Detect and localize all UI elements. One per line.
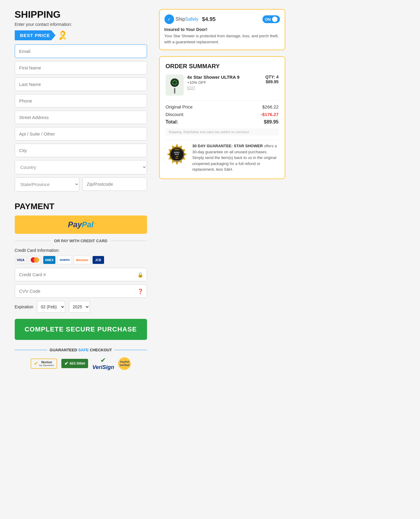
total-value: $89.95 <box>264 119 279 125</box>
order-item-name: 4x Star Shower ULTRA 9 <box>187 75 262 80</box>
or-divider-text: OR PAY WITH CREDIT CARD <box>54 239 107 243</box>
credit-card-input[interactable] <box>15 268 147 281</box>
apt-input[interactable] <box>15 127 147 141</box>
divider-line-left <box>15 241 51 241</box>
product-svg-icon <box>167 76 182 94</box>
norton-check-icon: ✔ <box>34 360 38 367</box>
diners-icon: DINERS <box>57 256 72 264</box>
ship-safely-toggle[interactable]: ON <box>262 15 280 23</box>
ship-name: ShipSafely <box>176 17 199 22</box>
paypal-button[interactable]: Pay Pal <box>15 215 147 234</box>
shipping-title: SHIPPING <box>15 9 147 20</box>
svg-text:GUARANTEE: GUARANTEE <box>173 160 181 162</box>
norton-sub-label: by Symantec <box>39 364 54 367</box>
paypal-verified-text: PayPal Verified <box>118 360 131 367</box>
discount-row: Discount: -$176.27 <box>166 112 279 117</box>
guarantee-text: 30 DAY GUARANTEE: STAR SHOWER offers a 3… <box>192 143 279 172</box>
discover-icon: discover <box>74 256 90 264</box>
help-icon: ❓ <box>137 288 143 294</box>
svg-point-3 <box>173 81 174 82</box>
ribbon-bow-icon: 🎗️ <box>57 30 68 40</box>
order-item-discount-label: +10% OFF <box>187 80 262 85</box>
svg-text:MONEY: MONEY <box>174 151 180 153</box>
zip-input[interactable] <box>82 177 147 191</box>
credit-card-group: 🔒 <box>15 268 147 281</box>
payment-title: PAYMENT <box>15 202 147 211</box>
ship-text: Ship <box>176 17 185 22</box>
paypal-pal-text: Pal <box>82 220 94 229</box>
verisign-label: VeriSign <box>92 364 114 371</box>
verisign-check-icon: ✔ <box>100 356 106 364</box>
shipping-subtitle: Enter your contact information: <box>15 22 147 27</box>
best-price-badge: BEST PRICE 🎗️ <box>15 30 147 40</box>
ship-safely-price: $4.95 <box>202 16 216 23</box>
email-group <box>15 44 147 58</box>
svg-point-8 <box>173 84 174 85</box>
or-divider: OR PAY WITH CREDIT CARD <box>15 239 147 243</box>
svg-rect-0 <box>174 88 175 93</box>
order-summary-box: ORDER SUMMARY <box>159 56 285 179</box>
apt-group <box>15 127 147 141</box>
order-item: 4x Star Shower ULTRA 9 +10% OFF EDIT QTY… <box>166 75 279 96</box>
visa-icon: VISA <box>15 256 27 264</box>
guaranteed-section: GUARANTEED SAFE CHECKOUT ✔ Norton by Sym… <box>15 348 147 371</box>
norton-badge: ✔ Norton by Symantec <box>31 359 57 369</box>
guaranteed-text: GUARANTEED SAFE CHECKOUT <box>50 348 112 352</box>
order-item-price: $89.95 <box>265 79 278 84</box>
svg-point-4 <box>174 80 175 81</box>
state-zip-row: State/Province California New York Texas <box>15 177 147 194</box>
original-price-value: $266.22 <box>262 104 278 109</box>
expiration-month-select[interactable]: 02 (Feb) 01 (Jan) 03 (Mar) 04 (Apr) 05 (… <box>37 301 65 313</box>
trust-badges: ✔ Norton by Symantec ✔ AES 256bit ✔ Veri… <box>15 356 147 371</box>
email-input[interactable] <box>15 44 147 58</box>
norton-label: Norton <box>39 360 54 364</box>
product-image <box>166 75 184 96</box>
country-select[interactable]: Country United States Canada United King… <box>15 160 147 174</box>
first-name-group <box>15 61 147 75</box>
ship-safely-box: ✓ ShipSafely $4.95 ON Insured to Your Do… <box>159 9 285 50</box>
guarantee-title: 30 DAY GUARANTEE: STAR SHOWER <box>192 144 263 148</box>
guarantee-badge: 100% MONEY BACK 30 DAY GUARANTEE <box>166 143 188 166</box>
expiration-year-select[interactable]: 2025 2024 2026 2027 2028 2029 2030 <box>69 301 90 313</box>
ship-safely-desc-text: Your Star Shower is protected from damag… <box>164 33 280 45</box>
phone-input[interactable] <box>15 94 147 108</box>
guaranteed-label-end: CHECKOUT <box>90 348 112 352</box>
mastercard-icon <box>29 256 41 264</box>
total-row: Total: $89.95 <box>166 119 279 125</box>
order-summary-title: ORDER SUMMARY <box>166 63 279 70</box>
lock-icon: 🔒 <box>137 272 143 277</box>
guaranteed-safe-text: SAFE <box>78 348 89 352</box>
complete-purchase-button[interactable]: COMPLETE SECURE PURCHASE <box>15 319 147 340</box>
last-name-input[interactable] <box>15 78 147 91</box>
safely-text: Safely <box>185 17 198 22</box>
last-name-group <box>15 78 147 91</box>
svg-text:30: 30 <box>176 155 178 158</box>
ship-safely-header: ✓ ShipSafely $4.95 ON <box>164 14 280 24</box>
guarantee-section: 100% MONEY BACK 30 DAY GUARANTEE 30 DAY … <box>166 140 279 172</box>
cvv-input[interactable] <box>15 284 147 298</box>
order-item-details: 4x Star Shower ULTRA 9 +10% OFF EDIT <box>187 75 262 90</box>
discount-label: Discount: <box>166 112 185 117</box>
toggle-circle <box>272 17 277 22</box>
original-price-row: Original Price $266.22 <box>166 104 279 109</box>
expiration-row: Expiration 02 (Feb) 01 (Jan) 03 (Mar) 04… <box>15 301 147 313</box>
order-totals: Original Price $266.22 Discount: -$176.2… <box>166 100 279 125</box>
order-item-edit[interactable]: EDIT <box>187 86 262 90</box>
verisign-badge: ✔ VeriSign <box>92 356 114 371</box>
svg-point-7 <box>176 83 177 84</box>
ship-safely-icon: ✓ <box>164 14 174 24</box>
street-address-input[interactable] <box>15 111 147 124</box>
svg-text:100%: 100% <box>174 148 179 151</box>
guaranteed-line-right <box>114 350 147 350</box>
city-input[interactable] <box>15 144 147 157</box>
guarantee-badge-svg: 100% MONEY BACK 30 DAY GUARANTEE <box>166 143 188 166</box>
state-select[interactable]: State/Province California New York Texas <box>15 177 79 191</box>
tax-note: Shipping, ShipSafely and sales tax settl… <box>166 128 279 136</box>
toggle-on-label: ON <box>265 17 271 22</box>
right-column: ✓ ShipSafely $4.95 ON Insured to Your Do… <box>159 9 285 179</box>
city-group <box>15 144 147 157</box>
expiration-label: Expiration <box>15 304 33 309</box>
ship-safely-logo: ✓ ShipSafely <box>164 14 199 24</box>
svg-point-5 <box>176 81 177 82</box>
first-name-input[interactable] <box>15 61 147 75</box>
